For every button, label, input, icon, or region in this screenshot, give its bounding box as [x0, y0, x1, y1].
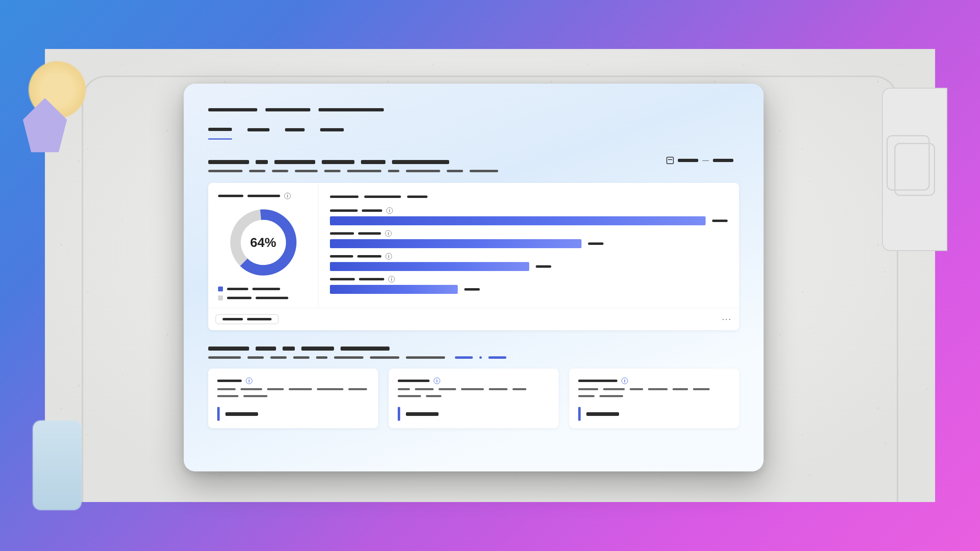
info-icon[interactable]: i: [386, 207, 393, 214]
app-window: ▬▬▬▬▬▬▬ ▬▬▬▬▬▬▬ ▬▬▬▬▬▬▬▬▬ ▬▬▬▬ ▬▬▬▬ ▬▬▬ …: [184, 84, 764, 471]
info-icon[interactable]: i: [434, 378, 440, 384]
section-2-subtitle: ▬▬▬ · ▬▬▬: [208, 356, 739, 359]
donut-panel: i ▬▬▬▬ ▬▬▬▬▬▬ 64%: [208, 183, 318, 308]
breadcrumb-seg-2[interactable]: ▬▬▬▬▬▬▬: [265, 108, 310, 111]
kpi-value: ▬▬▬▬▬: [578, 407, 730, 421]
side-card-peek: [882, 88, 947, 251]
bar-value-label: [464, 288, 480, 291]
bar-value-label: [588, 242, 604, 245]
bar-label: i▬▬▬▬▬ ▬▬▬▬: [330, 207, 728, 214]
bar-track: ▬▬▬: [330, 239, 728, 248]
kpi-subtitle: [398, 388, 550, 397]
bar-label: i▬▬▬▬ ▬▬▬: [330, 276, 728, 282]
bar-value-label: [712, 220, 728, 222]
kpi-accent-bar: [398, 407, 400, 421]
bar-row-3: i▬▬▬▬▬ ▬▬▬▬▬▬▬: [330, 253, 728, 271]
legend-item-1: ▬▬▬▬ ▬▬▬▬▬▬: [218, 287, 308, 291]
breadcrumb: ▬▬▬▬▬▬▬ ▬▬▬▬▬▬▬ ▬▬▬▬▬▬▬▬▬: [208, 108, 739, 111]
kpi-title: i▬▬▬▬▬▬▬: [578, 378, 730, 384]
kpi-subtitle: [578, 388, 730, 397]
kpi-card-2[interactable]: i▬▬▬▬▬▬▬▬▬▬: [389, 369, 559, 428]
info-icon[interactable]: i: [621, 378, 628, 384]
gradient-frame: ▬▬▬▬▬▬▬ ▬▬▬▬▬▬▬ ▬▬▬▬▬▬▬▬▬ ▬▬▬▬ ▬▬▬▬ ▬▬▬ …: [0, 0, 980, 551]
bar-fill: [330, 262, 529, 271]
tab-4[interactable]: ▬▬▬▬: [320, 126, 344, 139]
calendar-icon: [666, 157, 674, 164]
section-1-subtitle: [208, 170, 498, 172]
stacked-cards-icon: [894, 143, 935, 196]
metrics-card: i ▬▬▬▬ ▬▬▬▬▬▬ 64%: [208, 183, 739, 330]
bar-fill: [330, 285, 458, 294]
kpi-subtitle: [217, 388, 369, 397]
date-range-picker[interactable]: — ▬▬▬▬ — ▬▬▬▬: [661, 153, 739, 167]
kpi-title: i▬▬▬▬▬: [217, 378, 369, 384]
bar-label: i▬▬▬▬ ▬▬▬▬: [330, 230, 728, 237]
bar-row-4: i▬▬▬▬ ▬▬▬▬▬▬: [330, 276, 728, 294]
bars-panel: ▬▬▬▬▬ ▬▬▬▬▬▬▬ ▬▬▬▬ i▬▬▬▬▬ ▬▬▬▬▬▬▬i▬▬▬▬ ▬…: [318, 183, 739, 308]
kpi-title: i▬▬▬▬▬: [398, 378, 550, 384]
kpi-value: ▬▬▬▬▬: [217, 407, 369, 421]
legend-swatch-primary: [218, 287, 223, 291]
tab-1[interactable]: ▬▬▬▬: [208, 125, 232, 140]
legend-item-2: ▬▬▬▬▬ ▬▬▬▬▬▬▬: [218, 295, 308, 300]
donut-center-value: 64%: [227, 206, 300, 279]
donut-chart: 64%: [227, 206, 300, 279]
info-icon[interactable]: i: [246, 378, 252, 384]
metrics-card-footer: ▬▬▬▬ ▬▬▬▬▬ ···: [208, 308, 739, 330]
info-icon[interactable]: i: [385, 230, 392, 237]
desktop-surface: ▬▬▬▬▬▬▬ ▬▬▬▬▬▬▬ ▬▬▬▬▬▬▬▬▬ ▬▬▬▬ ▬▬▬▬ ▬▬▬ …: [45, 49, 935, 502]
donut-legend: ▬▬▬▬ ▬▬▬▬▬▬ ▬▬▬▬▬ ▬▬▬▬▬▬▬: [218, 287, 308, 300]
breadcrumb-seg-3[interactable]: ▬▬▬▬▬▬▬▬▬: [318, 108, 384, 111]
bar-track: ▬▬▬: [330, 262, 728, 271]
info-icon[interactable]: i: [388, 276, 395, 282]
tab-3[interactable]: ▬▬▬: [285, 126, 305, 139]
kpi-accent-bar: [578, 407, 581, 421]
kpi-card-3[interactable]: i▬▬▬▬▬▬▬▬▬▬▬▬: [569, 369, 739, 428]
bar-fill: [330, 239, 581, 248]
kpi-row: i▬▬▬▬▬▬▬▬▬▬i▬▬▬▬▬▬▬▬▬▬i▬▬▬▬▬▬▬▬▬▬▬▬: [208, 369, 739, 428]
decor-cylinder: [33, 420, 82, 510]
bar-value-label: [536, 265, 551, 268]
breadcrumb-seg-1[interactable]: ▬▬▬▬▬▬▬: [208, 108, 257, 111]
bar-track: ▬▬▬: [330, 285, 728, 294]
more-menu-icon[interactable]: ···: [722, 314, 732, 324]
bar-label: i▬▬▬▬▬ ▬▬▬▬: [330, 253, 728, 260]
tab-bar: ▬▬▬▬ ▬▬▬▬ ▬▬▬ ▬▬▬▬: [208, 125, 739, 140]
legend-swatch-muted: [218, 295, 223, 300]
kpi-value: ▬▬▬▬▬: [398, 407, 550, 421]
bar-fill: [330, 216, 706, 225]
section-1-title: [208, 160, 498, 164]
tab-2[interactable]: ▬▬▬▬: [247, 126, 270, 139]
section-2-link[interactable]: [455, 356, 473, 359]
bar-row-1: i▬▬▬▬▬ ▬▬▬▬▬▬▬: [330, 207, 728, 225]
info-icon[interactable]: i: [284, 193, 291, 199]
kpi-accent-bar: [217, 407, 220, 421]
donut-title: i ▬▬▬▬ ▬▬▬▬▬▬: [218, 193, 308, 199]
info-icon[interactable]: i: [385, 253, 392, 260]
bar-row-2: i▬▬▬▬ ▬▬▬▬▬▬▬: [330, 230, 728, 248]
view-details-button[interactable]: ▬▬▬▬ ▬▬▬▬▬: [216, 314, 278, 324]
bars-title: ▬▬▬▬▬ ▬▬▬▬▬▬▬ ▬▬▬▬: [330, 193, 728, 200]
bar-track: ▬▬▬: [330, 216, 728, 225]
kpi-card-1[interactable]: i▬▬▬▬▬▬▬▬▬▬: [208, 369, 378, 428]
section-2-title: [208, 347, 739, 351]
